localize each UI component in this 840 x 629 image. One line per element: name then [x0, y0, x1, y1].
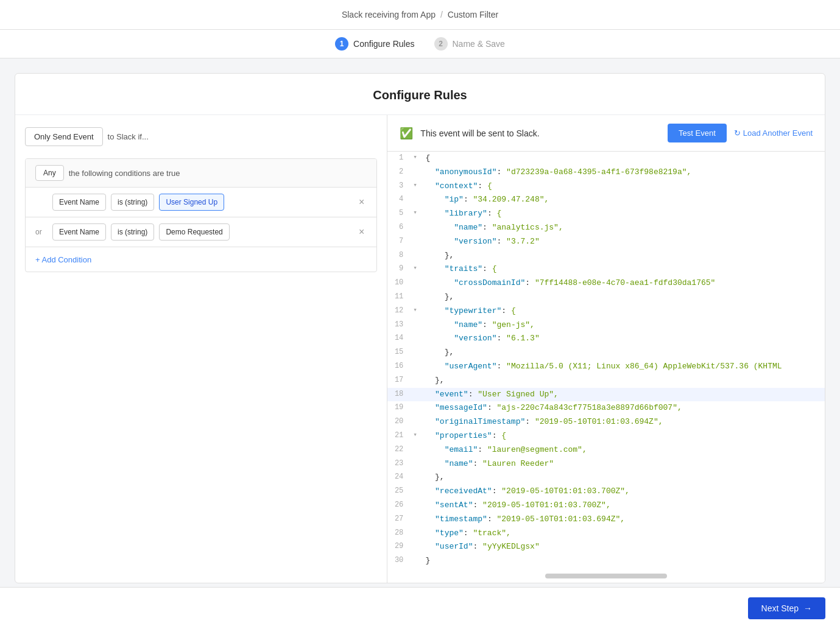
line-arrow	[411, 485, 420, 499]
line-arrow	[411, 554, 420, 568]
line-number: 5	[387, 207, 411, 221]
line-code: "email": "lauren@segment.com",	[420, 443, 825, 457]
right-panel: ✅ This event will be sent to Slack. Test…	[387, 115, 825, 583]
line-code: "crossDomainId": "7ff14488-e08e-4c70-aea…	[420, 276, 825, 290]
left-panel: Only Send Event to Slack if... Any the f…	[15, 115, 387, 583]
condition-any-row: Any the following conditions are true	[26, 159, 376, 188]
line-arrow	[411, 415, 420, 429]
any-button[interactable]: Any	[35, 165, 64, 181]
line-arrow	[411, 318, 420, 332]
line-number: 1	[387, 152, 411, 166]
next-arrow-icon: →	[803, 603, 812, 613]
line-code: "event": "User Signed Up",	[420, 388, 825, 402]
line-number: 3	[387, 180, 411, 194]
right-panel-header: ✅ This event will be sent to Slack. Test…	[387, 115, 825, 152]
scroll-thumb	[545, 574, 667, 578]
condition-close-2[interactable]: ×	[356, 224, 367, 240]
line-arrow	[411, 235, 420, 249]
main-wrapper: Configure Rules Only Send Event to Slack…	[0, 58, 840, 629]
condition-value-2[interactable]: Demo Requested	[159, 223, 229, 241]
line-arrow: ▾	[411, 152, 420, 166]
condition-close-1[interactable]: ×	[356, 194, 367, 210]
filter-label: to Slack if...	[108, 132, 149, 141]
line-number: 10	[387, 276, 411, 290]
add-condition-row: + Add Condition	[26, 247, 376, 272]
line-number: 29	[387, 540, 411, 554]
refresh-icon: ↻	[734, 128, 741, 138]
line-arrow	[411, 374, 420, 388]
step-2-label: Name & Save	[453, 39, 505, 49]
line-number: 12	[387, 304, 411, 318]
line-code: "originalTimestamp": "2019-05-10T01:01:0…	[420, 415, 825, 429]
line-arrow	[411, 346, 420, 360]
line-arrow	[411, 443, 420, 457]
line-number: 16	[387, 360, 411, 374]
condition-field-1[interactable]: Event Name	[52, 194, 106, 211]
line-number: 6	[387, 221, 411, 235]
line-code: },	[420, 249, 825, 263]
test-event-button[interactable]: Test Event	[668, 124, 727, 142]
footer: Next Step →	[0, 587, 840, 629]
line-number: 2	[387, 166, 411, 180]
line-arrow	[411, 193, 420, 207]
two-panel: Only Send Event to Slack if... Any the f…	[15, 115, 825, 583]
condition-box: Any the following conditions are true Ev…	[25, 158, 377, 272]
line-arrow	[411, 332, 420, 346]
breadcrumb: Slack receiving from App / Custom Filter	[0, 10, 840, 19]
line-arrow: ▾	[411, 180, 420, 194]
line-code: }	[420, 554, 825, 568]
line-number: 18	[387, 388, 411, 402]
line-arrow	[411, 457, 420, 471]
line-arrow	[411, 360, 420, 374]
line-code: "name": "Lauren Reeder"	[420, 457, 825, 471]
scrollbar[interactable]	[387, 568, 825, 583]
line-number: 26	[387, 499, 411, 513]
line-code: "anonymousId": "d723239a-0a68-4395-a4f1-…	[420, 166, 825, 180]
step-1[interactable]: 1 Configure Rules	[335, 37, 414, 51]
main-card: Configure Rules Only Send Event to Slack…	[15, 73, 825, 583]
line-number: 21	[387, 429, 411, 443]
condition-operator-1[interactable]: is (string)	[111, 194, 154, 211]
line-arrow: ▾	[411, 429, 420, 443]
line-code: "traits": {	[420, 262, 825, 276]
line-code: {	[420, 152, 825, 166]
line-arrow	[411, 290, 420, 304]
step-2[interactable]: 2 Name & Save	[434, 37, 505, 51]
line-code: "timestamp": "2019-05-10T01:01:03.694Z",	[420, 513, 825, 527]
line-arrow	[411, 513, 420, 527]
step-1-circle: 1	[335, 37, 348, 51]
steps-bar: 1 Configure Rules 2 Name & Save	[0, 30, 840, 58]
line-code: },	[420, 374, 825, 388]
condition-value-1[interactable]: User Signed Up	[159, 194, 224, 211]
step-1-label: Configure Rules	[353, 39, 414, 49]
line-code: "userAgent": "Mozilla/5.0 (X11; Linux x8…	[420, 360, 825, 374]
event-status-text: This event will be sent to Slack.	[420, 128, 660, 138]
step-2-circle: 2	[434, 37, 448, 51]
only-send-event-button[interactable]: Only Send Event	[25, 127, 103, 146]
line-number: 11	[387, 290, 411, 304]
line-code: "ip": "34.209.47.248",	[420, 193, 825, 207]
condition-operator-2[interactable]: is (string)	[111, 223, 154, 241]
line-arrow: ▾	[411, 262, 420, 276]
load-another-event-button[interactable]: ↻ Load Another Event	[734, 128, 813, 138]
breadcrumb-separator: /	[440, 10, 443, 19]
condition-field-2[interactable]: Event Name	[52, 223, 106, 241]
line-code: },	[420, 471, 825, 485]
line-code: "library": {	[420, 207, 825, 221]
line-number: 14	[387, 332, 411, 346]
line-arrow	[411, 471, 420, 485]
line-code: "properties": {	[420, 429, 825, 443]
line-code: "typewriter": {	[420, 304, 825, 318]
code-panel: 1▾{2 "anonymousId": "d723239a-0a68-4395-…	[387, 152, 825, 583]
next-step-label: Next Step	[761, 603, 799, 613]
line-number: 25	[387, 485, 411, 499]
line-arrow	[411, 166, 420, 180]
line-arrow	[411, 221, 420, 235]
line-number: 8	[387, 249, 411, 263]
line-number: 17	[387, 374, 411, 388]
line-number: 27	[387, 513, 411, 527]
next-step-button[interactable]: Next Step →	[748, 597, 825, 619]
add-condition-button[interactable]: + Add Condition	[35, 255, 91, 264]
line-number: 9	[387, 262, 411, 276]
line-number: 15	[387, 346, 411, 360]
